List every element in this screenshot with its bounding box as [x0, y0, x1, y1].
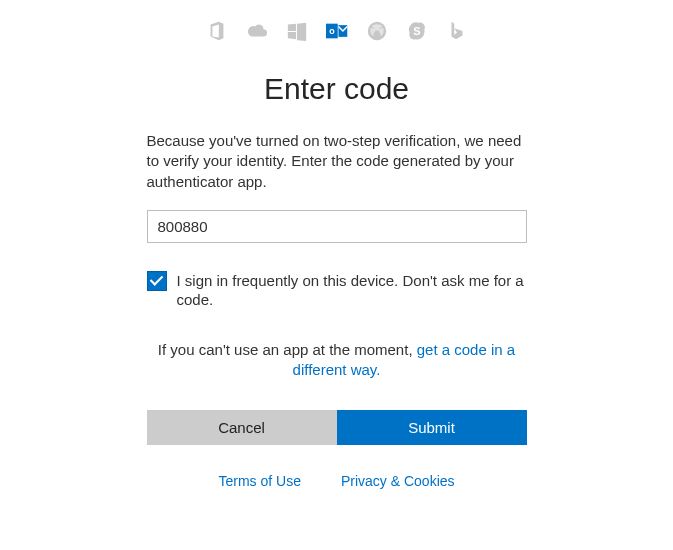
- main-container: o S Enter code Because you've turned on …: [147, 0, 527, 489]
- instructions-text: Because you've turned on two-step verifi…: [147, 131, 527, 192]
- remember-device-checkbox[interactable]: [147, 271, 167, 291]
- footer-links: Terms of Use Privacy & Cookies: [147, 473, 527, 489]
- privacy-cookies-link[interactable]: Privacy & Cookies: [341, 473, 455, 489]
- submit-button[interactable]: Submit: [337, 410, 527, 445]
- code-input[interactable]: [147, 210, 527, 243]
- cancel-button[interactable]: Cancel: [147, 410, 337, 445]
- remember-device-row: I sign in frequently on this device. Don…: [147, 271, 527, 310]
- xbox-icon: [366, 20, 388, 42]
- page-title: Enter code: [147, 72, 527, 106]
- terms-of-use-link[interactable]: Terms of Use: [218, 473, 300, 489]
- bing-icon: [446, 20, 468, 42]
- svg-text:o: o: [329, 26, 335, 36]
- outlook-icon: o: [326, 20, 348, 42]
- alt-prefix: If you can't use an app at the moment,: [158, 341, 417, 358]
- onedrive-icon: [246, 20, 268, 42]
- svg-text:S: S: [413, 25, 420, 37]
- windows-icon: [286, 20, 308, 42]
- skype-icon: S: [406, 20, 428, 42]
- alternative-method-text: If you can't use an app at the moment, g…: [147, 340, 527, 381]
- remember-device-label: I sign in frequently on this device. Don…: [177, 271, 527, 310]
- service-icon-row: o S: [147, 20, 527, 42]
- button-row: Cancel Submit: [147, 410, 527, 445]
- office-icon: [206, 20, 228, 42]
